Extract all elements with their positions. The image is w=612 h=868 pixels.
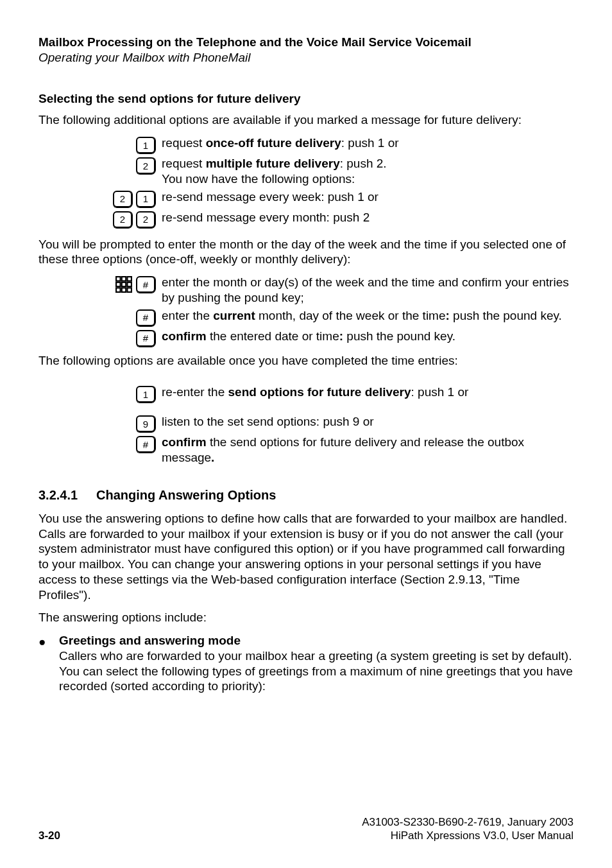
step-text: re-enter the send options for future del…	[162, 385, 574, 400]
bullet-greetings: ● Greetings and answering mode Callers w…	[38, 633, 574, 694]
step-confirm-send: # confirm the send options for future de…	[38, 435, 574, 465]
svg-rect-4	[122, 282, 126, 287]
svg-rect-6	[116, 288, 121, 292]
answering-paragraph: You use the answering options to define …	[38, 511, 574, 603]
key-2-icon: 2	[136, 157, 155, 174]
step-text: request once-off future delivery: push 1…	[162, 135, 574, 151]
step-text: re-send message every week: push 1 or	[162, 189, 574, 205]
step-week: 2 1 re-send message every week: push 1 o…	[38, 189, 574, 207]
prompt-paragraph: You will be prompted to enter the month …	[38, 237, 574, 268]
key-1-icon: 1	[136, 191, 155, 207]
svg-rect-2	[127, 277, 132, 281]
step-once-off: 1 request once-off future delivery: push…	[38, 135, 574, 153]
section-heading-send-options: Selecting the send options for future de…	[38, 91, 574, 107]
intro-paragraph: The following additional options are ava…	[38, 112, 574, 128]
key-9-icon: 9	[136, 415, 155, 432]
bullet-body-text: Callers who are forwarded to your mailbo…	[59, 648, 574, 694]
page-number: 3-20	[38, 829, 60, 842]
section-title: Changing Answering Options	[96, 487, 276, 503]
key-pound-icon: #	[136, 436, 155, 453]
svg-rect-1	[122, 277, 126, 281]
svg-rect-8	[127, 288, 132, 292]
svg-rect-5	[127, 282, 132, 287]
key-pound-icon: #	[136, 330, 155, 347]
key-1-icon: 1	[136, 137, 155, 153]
key-1-icon: 1	[136, 386, 155, 403]
section-heading-answering: 3.2.4.1 Changing Answering Options	[38, 487, 574, 503]
svg-rect-7	[122, 288, 126, 292]
step-text: re-send message every month: push 2	[162, 210, 574, 225]
doc-id: A31003-S2330-B690-2-7619, January 2003	[362, 815, 574, 829]
key-pound-icon: #	[136, 276, 155, 293]
svg-rect-3	[116, 282, 121, 287]
step-listen: 9 listen to the set send options: push 9…	[38, 414, 574, 432]
key-2-icon: 2	[113, 191, 132, 207]
step-text: request multiple future delivery: push 2…	[162, 156, 574, 187]
page-header-subtitle: Operating your Mailbox with PhoneMail	[38, 50, 574, 65]
key-2-icon: 2	[136, 211, 155, 228]
bullet-title: Greetings and answering mode	[59, 633, 574, 648]
step-enter-current: # enter the current month, day of the we…	[38, 308, 574, 326]
step-text: enter the month or day(s) of the week an…	[162, 275, 574, 306]
page-header-title: Mailbox Processing on the Telephone and …	[38, 35, 574, 50]
answering-include: The answering options include:	[38, 610, 574, 625]
bullet-icon: ●	[38, 633, 59, 648]
step-confirm-datetime: # confirm the entered date or time: push…	[38, 329, 574, 347]
step-text: listen to the set send options: push 9 o…	[162, 414, 574, 430]
keypad-icon	[115, 276, 132, 293]
key-2-icon: 2	[113, 211, 132, 228]
step-reenter: 1 re-enter the send options for future d…	[38, 385, 574, 403]
step-text: confirm the send options for future deli…	[162, 435, 574, 465]
step-text: enter the current month, day of the week…	[162, 308, 574, 324]
step-enter-datetime: # enter the month or day(s) of the week …	[38, 275, 574, 306]
section-number: 3.2.4.1	[38, 487, 96, 503]
key-pound-icon: #	[136, 309, 155, 326]
step-month: 2 2 re-send message every month: push 2	[38, 210, 574, 228]
svg-rect-0	[116, 277, 121, 281]
after-time-paragraph: The following options are available once…	[38, 353, 574, 369]
step-multiple: 2 request multiple future delivery: push…	[38, 156, 574, 187]
step-text: confirm the entered date or time: push t…	[162, 329, 574, 344]
product-line: HiPath Xpressions V3.0, User Manual	[362, 829, 574, 842]
